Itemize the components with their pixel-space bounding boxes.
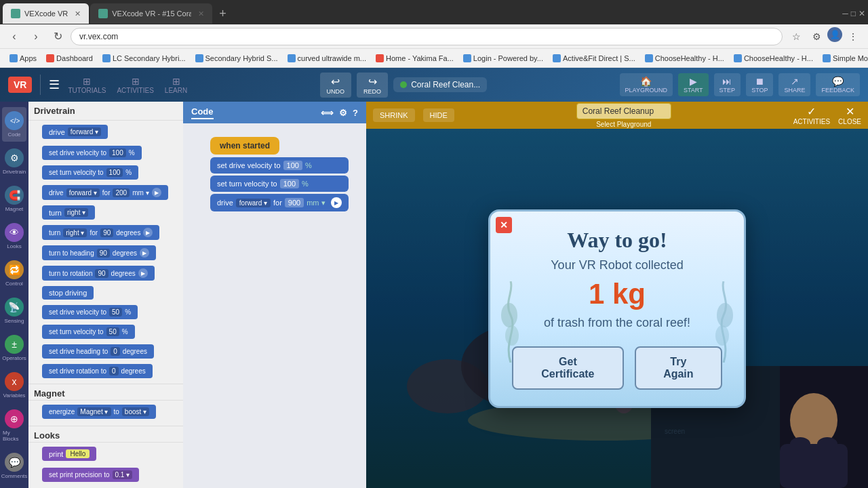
bookmark-3[interactable]: LC Secondary Hybri... <box>98 53 190 64</box>
sidebar-item-operators[interactable]: ± Operators <box>0 331 29 365</box>
seaweed-right <box>710 281 737 365</box>
code-block-2[interactable]: set turn velocity to 100 % <box>210 176 349 192</box>
menu-icon[interactable]: ⋮ <box>844 27 863 46</box>
refresh-btn[interactable]: ↻ <box>49 28 66 45</box>
step-btn[interactable]: ⏭ STEP <box>714 73 741 96</box>
sidebar-item-code[interactable]: </> Code <box>2 107 26 142</box>
maximize-btn[interactable]: □ <box>851 9 856 18</box>
address-bar[interactable]: vr.vex.com <box>71 28 783 45</box>
block-precision[interactable]: set print precision to 0.1 ▾ <box>42 468 139 482</box>
block-drive-velocity[interactable]: set drive velocity to 100 % <box>42 146 142 160</box>
tab-bar: VEXcode VR ✕ VEXcode VR - #15 Coral Reef… <box>0 0 868 24</box>
close-playground-btn[interactable]: ✕ CLOSE <box>838 105 861 125</box>
activities-panel-btn[interactable]: ✓ ACTIVITIES <box>793 105 830 125</box>
start-btn[interactable]: ▶ START <box>678 73 709 96</box>
playground-btn[interactable]: 🏠 PLAYGROUND <box>620 73 673 96</box>
bookmark-10[interactable]: ChooseHealthy - H... <box>730 53 817 64</box>
sidebar-item-comments[interactable]: 💬 Comments <box>0 449 30 483</box>
profile-icon[interactable]: 👤 <box>827 27 842 42</box>
playground-selector[interactable]: Coral Reef Cleanup <box>576 103 671 119</box>
block-energize[interactable]: energize Magnet ▾ to boost ▾ <box>42 405 156 419</box>
extension-icon[interactable]: ⚙ <box>807 27 826 46</box>
bookmark-label: Apps <box>20 54 37 62</box>
bookmark-8[interactable]: Active&Fit Direct | S... <box>549 53 639 64</box>
redo-btn[interactable]: ↪ REDO <box>357 73 388 98</box>
learn-btn[interactable]: ⊞ LEARN <box>165 76 187 94</box>
section-drivetrain-title: Drivetrain <box>28 102 183 121</box>
share-icon: ↗ <box>784 76 805 87</box>
play-btn-3[interactable]: ▶ <box>331 197 342 208</box>
sidebar-item-sensing[interactable]: 📡 Sensing <box>2 293 27 328</box>
block-turn[interactable]: turn right ▾ <box>42 205 95 220</box>
step-label: STEP <box>719 87 736 94</box>
feedback-btn[interactable]: 💬 FEEDBACK <box>816 73 860 96</box>
help-icon[interactable]: ? <box>353 108 358 118</box>
bookmark-apps[interactable]: Apps <box>5 53 41 64</box>
activities-btn[interactable]: ⊞ ACTIVITIES <box>117 76 153 94</box>
block-unit-2: % <box>302 180 309 188</box>
block-rotation-0[interactable]: set drive rotation to 0 degrees <box>42 364 153 378</box>
sidebar-item-magnet[interactable]: 🧲 Magnet <box>2 182 26 216</box>
try-again-btn[interactable]: Try Again <box>635 346 722 390</box>
code-tab[interactable]: Code <box>191 106 214 119</box>
block-stop[interactable]: stop driving <box>42 286 94 300</box>
playground-btn-label: PLAYGROUND <box>625 87 667 94</box>
bookmark-4[interactable]: Secondary Hybrid S... <box>191 53 282 64</box>
modal-amount: 1 kg <box>512 278 722 310</box>
undo-btn[interactable]: ↩ UNDO <box>320 73 352 98</box>
stop-label: STOP <box>751 87 768 94</box>
block-heading-0[interactable]: set drive heading to 0 degrees <box>42 344 154 359</box>
block-drive-for[interactable]: drive forward ▾ for 200 mm ▾ ▶ <box>42 185 168 200</box>
hide-btn[interactable]: HIDE <box>423 108 454 122</box>
tab-inactive[interactable]: VEXcode VR - #15 Coral Reef Cl... ✕ <box>90 3 212 24</box>
back-btn[interactable]: ‹ <box>5 28 23 45</box>
get-certificate-btn[interactable]: Get Certificate <box>512 346 624 390</box>
sidebar-item-variables[interactable]: x Variables <box>1 368 28 403</box>
bookmark-6[interactable]: Home - Yakima Fa... <box>372 53 458 64</box>
selector-container: Coral Reef Cleanup Select Playground <box>462 103 785 128</box>
sidebar-item-drivetrain[interactable]: ⚙ Drivetrain <box>0 144 28 179</box>
modal-close-btn[interactable]: ✕ <box>496 217 512 233</box>
block-drive-forward[interactable]: drive forward ▾ <box>42 125 108 139</box>
code-blocks: when started set drive velocity to 100 %… <box>210 137 349 214</box>
sidebar-item-looks[interactable]: 👁 Looks <box>2 219 26 253</box>
activities-icon: ✓ <box>807 105 816 118</box>
block-heading[interactable]: turn to heading 90 degrees ▶ <box>42 245 156 260</box>
block-turn-velocity-50[interactable]: set turn velocity to 50 % <box>42 325 135 339</box>
code-block-3[interactable]: drive forward ▾ for 900 mm ▾ ▶ <box>210 194 349 211</box>
bookmark-9[interactable]: ChooseHealthy - H... <box>641 53 728 64</box>
share-btn[interactable]: ↗ SHARE <box>778 73 810 96</box>
magnet-icon: 🧲 <box>5 186 24 205</box>
code-block-1[interactable]: set drive velocity to 100 % <box>210 157 349 174</box>
tab-close-btn-2[interactable]: ✕ <box>198 9 204 18</box>
block-turn-degrees[interactable]: turn right ▾ for 90 degrees ▶ <box>42 225 159 240</box>
block-velocity-50[interactable]: set drive velocity to 50 % <box>42 305 138 319</box>
tab-active[interactable]: VEXcode VR ✕ <box>3 3 89 24</box>
block-print[interactable]: print Hello <box>42 447 96 461</box>
bookmark-icon <box>463 54 471 62</box>
stop-btn[interactable]: ⏹ STOP <box>746 73 773 96</box>
block-rotation[interactable]: turn to rotation 90 degrees ▶ <box>42 266 155 281</box>
block-turn-velocity[interactable]: set turn velocity to 100 % <box>42 165 138 180</box>
bookmark-7[interactable]: Login - Powered by... <box>459 53 547 64</box>
bookmark-5[interactable]: curved ultrawide m... <box>283 53 370 64</box>
close-label: CLOSE <box>838 118 861 125</box>
forward-btn[interactable]: › <box>27 28 45 45</box>
minimize-btn[interactable]: ─ <box>842 9 848 18</box>
shrink-btn[interactable]: SHRINK <box>373 108 415 122</box>
expand-icon[interactable]: ⟺ <box>321 108 334 118</box>
header-hamburger[interactable]: ☰ <box>49 77 60 92</box>
stop-icon: ⏹ <box>751 76 768 87</box>
bookmark-11[interactable]: Simple Model Rock... <box>818 53 868 64</box>
bookmark-dashboard[interactable]: Dashboard <box>42 53 97 64</box>
new-tab-btn[interactable]: + <box>214 3 232 24</box>
star-icon[interactable]: ☆ <box>787 27 806 46</box>
close-btn[interactable]: ✕ <box>859 9 865 18</box>
settings-icon[interactable]: ⚙ <box>339 108 347 118</box>
sidebar-item-myblocks[interactable]: ⊕ My Blocks <box>0 405 28 446</box>
sidebar-item-control[interactable]: 🔁 Control <box>2 256 26 291</box>
tutorials-btn[interactable]: ⊞ TUTORIALS <box>68 76 106 94</box>
control-icon: 🔁 <box>5 260 24 279</box>
tab-close-btn[interactable]: ✕ <box>75 9 81 18</box>
bookmark-label: ChooseHealthy - H... <box>655 54 724 62</box>
